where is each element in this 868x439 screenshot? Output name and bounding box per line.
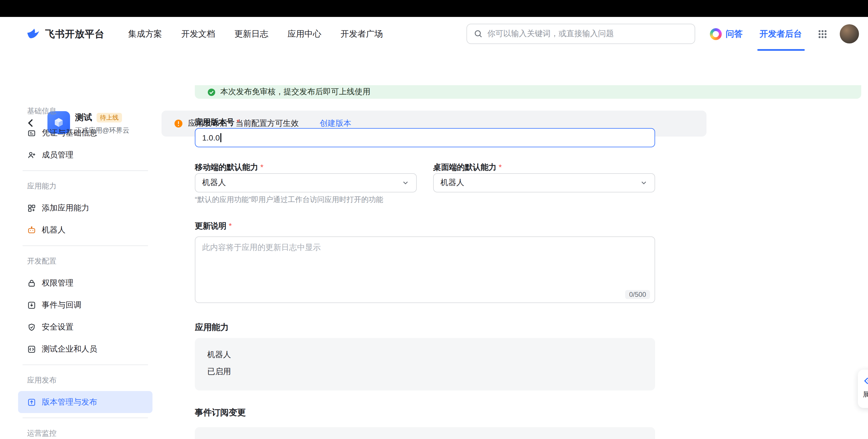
chevron-down-icon [402, 179, 409, 187]
feishu-logo[interactable]: 飞书开放平台 [25, 26, 104, 41]
label-text: 移动端的默认能力 [195, 163, 258, 172]
sidebar-item-bot[interactable]: 机器人 [18, 219, 153, 241]
sidebar-divider [23, 245, 148, 246]
sidebar-item-label: 机器人 [42, 225, 65, 235]
version-input[interactable]: 1.0.0 [195, 128, 655, 147]
update-note-label: 更新说明* [195, 221, 232, 231]
apps-grid-icon[interactable] [818, 29, 827, 39]
sidebar-item-credentials[interactable]: 凭证与基础信息 [18, 122, 153, 144]
sidebar-item-label: 添加应用能力 [42, 203, 89, 213]
mobile-default-label: 移动端的默认能力* [195, 163, 264, 173]
nav-item-changelog[interactable]: 更新日志 [235, 29, 268, 39]
event-callback-icon [27, 301, 36, 309]
sidebar-item-label: 测试企业和人员 [42, 344, 97, 354]
sidebar-item-permissions[interactable]: 权限管理 [18, 272, 153, 294]
chevron-down-icon [640, 179, 648, 187]
sidebar-divider [23, 170, 148, 171]
double-chevron-left-icon [863, 376, 868, 386]
capability-section-heading: 应用能力 [195, 322, 229, 333]
logo-text: 飞书开放平台 [45, 27, 104, 40]
char-counter: 0/500 [625, 290, 650, 299]
required-mark: * [499, 163, 502, 172]
nav-item-dev-marketplace[interactable]: 开发者广场 [341, 29, 383, 39]
label-text: 桌面端的默认能力 [433, 163, 496, 172]
event-change-heading: 事件订阅变更 [195, 407, 246, 418]
credential-icon [27, 128, 36, 137]
search-icon [474, 29, 483, 38]
capability-card: 机器人 已启用 [195, 338, 655, 391]
sidebar-item-label: 成员管理 [42, 150, 73, 160]
sidebar-item-members[interactable]: 成员管理 [18, 144, 153, 166]
sidebar-item-label: 凭证与基础信息 [42, 128, 97, 138]
qa-link[interactable]: 问答 [710, 28, 743, 40]
label-text: 更新说明 [195, 221, 226, 230]
nav-item-integration-solutions[interactable]: 集成方案 [128, 29, 162, 39]
console-tab-label: 开发者后台 [760, 29, 802, 39]
expand-panel-label: 展开 [863, 390, 868, 400]
create-version-link[interactable]: 创建版本 [320, 119, 351, 129]
desktop-default-select[interactable]: 机器人 [433, 173, 655, 193]
required-mark: * [260, 163, 264, 172]
success-banner: 本次发布免审核，提交发布后即可上线使用 [195, 85, 861, 99]
feishu-logo-icon [25, 26, 41, 41]
required-mark: * [237, 117, 240, 126]
sidebar-section-publish: 应用发布 [18, 370, 153, 391]
mobile-default-select[interactable]: 机器人 [195, 173, 417, 193]
window-top-bar [0, 0, 868, 17]
sidebar-item-events[interactable]: 事件与回调 [18, 294, 153, 316]
avatar[interactable] [840, 24, 859, 43]
select-value: 机器人 [202, 178, 226, 188]
search-box[interactable]: 你可以输入关键词，或直接输入问题 [466, 24, 695, 44]
permission-lock-icon [27, 278, 36, 288]
sidebar-section-basic-info: 基础信息 [18, 100, 153, 122]
app-header: 测试 待上线 正式应用@环界云 应用发布后，当前配置方可生效 创建版本 [0, 51, 868, 86]
sidebar-section-dev-config: 开发配置 [18, 250, 153, 272]
nav-item-app-center[interactable]: 应用中心 [287, 29, 321, 39]
sidebar-divider [23, 365, 148, 365]
members-icon [27, 150, 36, 159]
shield-icon [27, 323, 36, 332]
test-code-icon [27, 344, 36, 353]
capability-status: 已启用 [207, 367, 643, 377]
event-change-card [195, 427, 655, 439]
capability-name: 机器人 [207, 350, 643, 360]
textarea-placeholder: 此内容将于应用的更新日志中显示 [202, 243, 321, 252]
sidebar-item-version-publish[interactable]: 版本管理与发布 [18, 391, 153, 413]
main-nav: 集成方案 开发文档 更新日志 应用中心 开发者广场 [128, 29, 383, 39]
qa-label: 问答 [726, 29, 743, 39]
text-caret [220, 133, 221, 142]
add-capability-icon [27, 203, 36, 212]
sidebar-section-monitoring: 运营监控 [18, 423, 153, 439]
page: 飞书开放平台 集成方案 开发文档 更新日志 应用中心 开发者广场 你可以输入关键… [0, 0, 868, 439]
version-label: 应用版本号* [195, 117, 240, 128]
sidebar-item-label: 事件与回调 [42, 300, 81, 310]
sidebar-item-label: 安全设置 [42, 322, 73, 332]
default-capability-hint: “默认的应用功能”即用户通过工作台访问应用时打开的功能 [195, 195, 383, 205]
nav-item-dev-docs[interactable]: 开发文档 [181, 29, 215, 39]
sidebar-item-test-company[interactable]: 测试企业和人员 [18, 338, 153, 360]
feishu-open-platform-console: 飞书开放平台 集成方案 开发文档 更新日志 应用中心 开发者广场 你可以输入关键… [0, 0, 868, 439]
sidebar-section-capabilities: 应用能力 [18, 175, 153, 197]
expand-panel-button[interactable]: 展开 [858, 370, 868, 408]
label-text: 应用版本号 [195, 117, 235, 126]
sidebar: 基础信息 凭证与基础信息 成员管理 应用能力 添加应用能力 机器人 开发配置 权… [18, 100, 153, 439]
top-navbar: 飞书开放平台 集成方案 开发文档 更新日志 应用中心 开发者广场 你可以输入关键… [0, 17, 868, 51]
select-value: 机器人 [440, 178, 464, 188]
required-mark: * [229, 221, 232, 230]
sidebar-item-label: 权限管理 [42, 278, 73, 288]
sidebar-divider [23, 417, 148, 418]
check-circle-icon [207, 88, 216, 96]
sidebar-item-add-capability[interactable]: 添加应用能力 [18, 197, 153, 219]
desktop-default-label: 桌面端的默认能力* [433, 163, 502, 173]
version-input-value: 1.0.0 [202, 133, 220, 142]
warning-icon [174, 119, 183, 128]
search-placeholder: 你可以输入关键词，或直接输入问题 [487, 29, 614, 39]
success-banner-text: 本次发布免审核，提交发布后即可上线使用 [220, 87, 370, 97]
bot-icon [27, 226, 36, 234]
update-note-textarea[interactable]: 此内容将于应用的更新日志中显示 0/500 [195, 236, 655, 303]
console-tab[interactable]: 开发者后台 [760, 17, 802, 51]
sidebar-item-label: 版本管理与发布 [42, 397, 97, 407]
publish-version-icon [27, 398, 36, 407]
qa-gradient-icon [710, 28, 722, 40]
sidebar-item-security[interactable]: 安全设置 [18, 316, 153, 338]
